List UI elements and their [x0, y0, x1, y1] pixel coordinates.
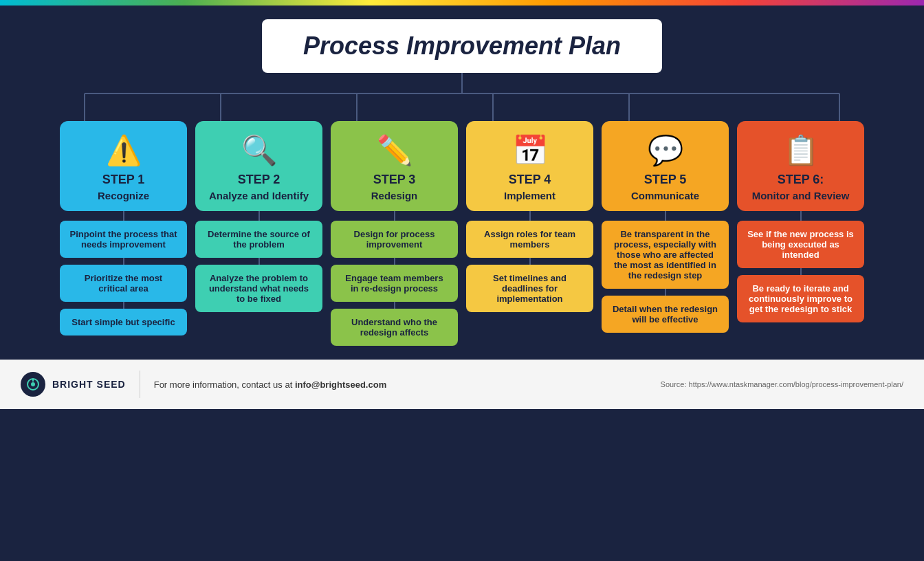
footer-source: Source: https://www.ntaskmanager.com/blo…	[661, 380, 903, 388]
step-2-label: STEP 2	[205, 173, 313, 187]
step-column-6: 📋 STEP 6: Monitor and Review See if the …	[737, 121, 864, 346]
step-5-vline	[665, 211, 666, 221]
step-column-1: ⚠️ STEP 1 Recognize Pinpoint the process…	[60, 121, 187, 346]
step-4-vline-2	[529, 258, 531, 265]
step-6-label: STEP 6:	[747, 173, 855, 187]
step-6-card: 📋 STEP 6: Monitor and Review	[737, 121, 864, 211]
step-column-3: ✏️ STEP 3 Redesign Design for process im…	[331, 121, 458, 346]
footer-info: For more information, contact us at info…	[154, 380, 387, 390]
step-5-vline-2	[665, 289, 666, 296]
step-5-name: Communicate	[611, 190, 719, 201]
step-4-icon: 📅	[476, 133, 584, 167]
footer-logo-icon	[21, 372, 45, 397]
step-3-vline-2	[394, 258, 395, 265]
step-3-icon: ✏️	[340, 133, 448, 167]
step-6-icon: 📋	[747, 133, 855, 167]
title-container: Process Improvement Plan	[21, 19, 903, 73]
step-1-sub-1: Pinpoint the process that needs improvem…	[60, 221, 187, 258]
footer-logo-text: BRIGHT SEED	[52, 379, 126, 390]
step-4-name: Implement	[476, 190, 584, 201]
rainbow-bar	[0, 0, 924, 6]
step-1-label: STEP 1	[69, 173, 177, 187]
step-2-icon: 🔍	[205, 133, 313, 167]
step-1-vline-3	[123, 302, 124, 309]
step-2-sub-1: Determine the source of the problem	[195, 221, 322, 258]
step-4-label: STEP 4	[476, 173, 584, 187]
step-3-sub-1: Design for process improvement	[331, 221, 458, 258]
step-3-vline-3	[394, 302, 395, 309]
step-1-sub-3: Start simple but specific	[60, 309, 187, 336]
step-2-sub-2: Analyze the problem to understand what n…	[195, 265, 322, 312]
step-1-card: ⚠️ STEP 1 Recognize	[60, 121, 187, 211]
step-6-vline-2	[800, 268, 802, 275]
diagram-wrapper: Process Improvement Plan	[21, 19, 903, 346]
step-3-vline	[394, 211, 395, 221]
step-6-sub-2: Be ready to iterate and continuously imp…	[737, 275, 864, 322]
step-4-sub-2: Set timelines and deadlines for implemen…	[466, 265, 593, 312]
step-6-sub-1: See if the new process is being executed…	[737, 221, 864, 268]
step-2-name: Analyze and Identify	[205, 190, 313, 201]
step-4-vline	[529, 211, 531, 221]
step-5-sub-2: Detail when the redesign will be effecti…	[602, 296, 729, 333]
step-5-label: STEP 5	[611, 173, 719, 187]
footer-divider	[140, 371, 140, 398]
step-1-vline	[123, 211, 124, 221]
step-2-vline-2	[258, 258, 260, 265]
step-4-card: 📅 STEP 4 Implement	[466, 121, 593, 211]
step-column-2: 🔍 STEP 2 Analyze and Identify Determine …	[195, 121, 322, 346]
step-6-vline	[800, 211, 802, 221]
title-box: Process Improvement Plan	[262, 19, 662, 73]
step-3-sub-3: Understand who the redesign affects	[331, 309, 458, 346]
step-5-sub-1: Be transparent in the process, especiall…	[602, 221, 729, 289]
step-1-vline-2	[123, 258, 124, 265]
step-6-name: Monitor and Review	[747, 190, 855, 201]
steps-container: ⚠️ STEP 1 Recognize Pinpoint the process…	[21, 121, 903, 346]
step-column-5: 💬 STEP 5 Communicate Be transparent in t…	[602, 121, 729, 346]
step-1-name: Recognize	[69, 190, 177, 201]
h-connector-svg	[21, 73, 903, 121]
step-1-icon: ⚠️	[69, 133, 177, 167]
logo-svg	[26, 377, 40, 391]
page-title: Process Improvement Plan	[303, 32, 621, 60]
svg-point-9	[31, 382, 35, 386]
step-3-name: Redesign	[340, 190, 448, 201]
step-column-4: 📅 STEP 4 Implement Assign roles for team…	[466, 121, 593, 346]
footer-email: info@brightseed.com	[295, 380, 386, 390]
step-2-vline	[258, 211, 260, 221]
footer-info-text: For more information, contact us at	[154, 380, 295, 390]
step-5-card: 💬 STEP 5 Communicate	[602, 121, 729, 211]
step-3-card: ✏️ STEP 3 Redesign	[331, 121, 458, 211]
step-3-label: STEP 3	[340, 173, 448, 187]
step-4-sub-1: Assign roles for team members	[466, 221, 593, 258]
step-5-icon: 💬	[611, 133, 719, 167]
main-content: Process Improvement Plan	[0, 6, 924, 353]
step-3-sub-2: Engage team members in re-design process	[331, 265, 458, 302]
footer: BRIGHT SEED For more information, contac…	[0, 360, 924, 409]
step-1-sub-2: Prioritize the most critical area	[60, 265, 187, 302]
step-2-card: 🔍 STEP 2 Analyze and Identify	[195, 121, 322, 211]
footer-logo: BRIGHT SEED	[21, 372, 126, 397]
